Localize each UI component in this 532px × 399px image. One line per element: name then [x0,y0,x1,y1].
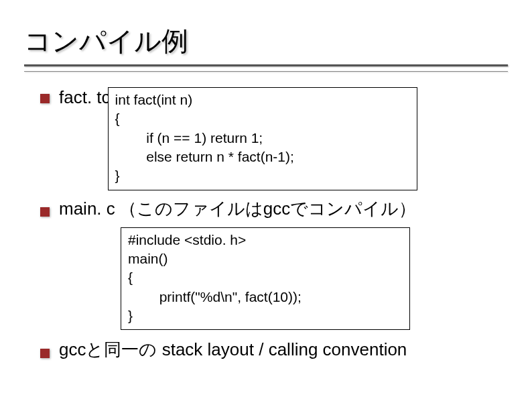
title-underline [24,64,508,72]
bullet-icon [40,94,50,103]
slide: コンパイル例 fact. tc int fact(int n) { if (n … [0,0,532,399]
item-label: fact. tc [59,87,111,108]
item-label: gccと同一の stack layout / calling conventio… [59,338,407,361]
list-item: main. c （このファイルはgccでコンパイル） [40,197,509,221]
content-area: fact. tc int fact(int n) { if (n == 1) r… [40,87,509,361]
slide-title: コンパイル例 [24,23,507,60]
code-box-fact: int fact(int n) { if (n == 1) return 1; … [108,87,417,190]
bullet-icon [40,207,50,217]
item-suffix: （このファイルはgccでコンパイル） [119,197,416,221]
item-label: main. c [59,198,115,219]
list-item: gccと同一の stack layout / calling conventio… [40,338,509,361]
bullet-icon [40,349,50,358]
code-box-main: #include <stdio. h> main() { printf("%d\… [121,227,410,331]
list-item: fact. tc int fact(int n) { if (n == 1) r… [40,87,509,190]
